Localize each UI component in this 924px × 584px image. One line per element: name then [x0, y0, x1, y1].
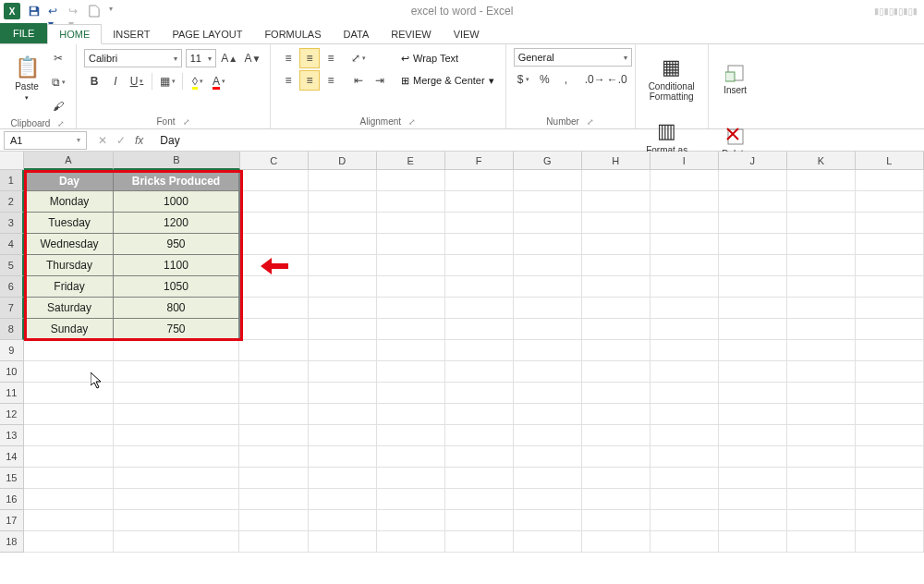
cell-E4[interactable]	[377, 234, 445, 255]
cell-A16[interactable]	[24, 489, 115, 510]
row-header-9[interactable]: 9	[0, 340, 24, 361]
cell-J16[interactable]	[719, 489, 787, 510]
cell-B7[interactable]: 800	[114, 298, 239, 319]
cell-H6[interactable]	[582, 276, 650, 298]
cell-J12[interactable]	[719, 404, 787, 425]
cell-B15[interactable]	[114, 468, 239, 489]
cell-D4[interactable]	[309, 234, 377, 255]
cell-C6[interactable]	[240, 276, 309, 298]
cell-I6[interactable]	[650, 276, 719, 298]
cell-F11[interactable]	[445, 383, 514, 404]
cell-F1[interactable]	[445, 170, 514, 191]
cell-I7[interactable]	[650, 298, 719, 319]
row-header-6[interactable]: 6	[0, 276, 24, 298]
cell-L7[interactable]	[856, 298, 924, 319]
cell-J14[interactable]	[719, 446, 787, 468]
row-header-13[interactable]: 13	[0, 425, 24, 446]
align-left-icon[interactable]: ≡	[278, 70, 298, 91]
cell-C7[interactable]	[240, 298, 309, 319]
align-center-icon[interactable]: ≡	[299, 70, 320, 91]
tab-file[interactable]: FILE	[0, 23, 47, 43]
row-header-3[interactable]: 3	[0, 213, 24, 234]
cell-L6[interactable]	[856, 276, 924, 298]
font-name-combo[interactable]: Calibri▾	[84, 49, 182, 67]
cell-H10[interactable]	[582, 361, 650, 383]
font-color-button[interactable]: A ▾	[209, 71, 229, 91]
wrap-text-button[interactable]: ↩Wrap Text	[397, 48, 498, 68]
column-header-K[interactable]: K	[787, 152, 856, 170]
cell-D5[interactable]	[309, 255, 377, 276]
cell-J6[interactable]	[719, 276, 787, 298]
cell-B13[interactable]	[114, 425, 239, 446]
cell-H14[interactable]	[582, 446, 650, 468]
cell-K10[interactable]	[787, 361, 856, 383]
row-header-11[interactable]: 11	[0, 383, 24, 404]
cell-H8[interactable]	[582, 319, 650, 340]
cell-H16[interactable]	[582, 489, 650, 510]
cell-G3[interactable]	[514, 213, 582, 234]
row-header-8[interactable]: 8	[0, 319, 24, 340]
cell-L11[interactable]	[856, 383, 924, 404]
cell-B16[interactable]	[114, 489, 239, 510]
cell-E10[interactable]	[377, 361, 445, 383]
cell-F3[interactable]	[445, 213, 514, 234]
cell-L14[interactable]	[856, 446, 924, 468]
cell-L3[interactable]	[856, 213, 924, 234]
cell-I15[interactable]	[650, 468, 719, 489]
column-header-B[interactable]: B	[114, 152, 239, 170]
paste-button[interactable]: 📋 Paste▾	[7, 48, 46, 109]
cell-K12[interactable]	[787, 404, 856, 425]
cell-E5[interactable]	[377, 255, 445, 276]
cell-I9[interactable]	[650, 340, 719, 361]
cell-B6[interactable]: 1050	[114, 276, 239, 298]
cell-B8[interactable]: 750	[114, 319, 239, 340]
cell-E1[interactable]	[377, 170, 445, 191]
increase-decimal-icon[interactable]: .0→	[585, 69, 605, 90]
cell-A13[interactable]	[24, 425, 115, 446]
cell-K18[interactable]	[787, 531, 856, 553]
align-middle-icon[interactable]: ≡	[299, 48, 320, 68]
row-header-2[interactable]: 2	[0, 191, 24, 213]
cell-C15[interactable]	[239, 468, 308, 489]
name-box[interactable]: A1▾	[4, 131, 87, 150]
column-header-C[interactable]: C	[240, 152, 309, 170]
cell-G15[interactable]	[514, 468, 582, 489]
cell-B14[interactable]	[114, 446, 239, 468]
cell-B9[interactable]	[114, 340, 239, 361]
cell-F5[interactable]	[445, 255, 514, 276]
cell-H3[interactable]	[582, 213, 650, 234]
cell-E11[interactable]	[377, 383, 445, 404]
align-bottom-icon[interactable]: ≡	[321, 48, 341, 68]
cell-E6[interactable]	[377, 276, 445, 298]
cell-E15[interactable]	[377, 468, 445, 489]
cell-G7[interactable]	[514, 298, 582, 319]
cell-D18[interactable]	[309, 531, 377, 553]
cell-H4[interactable]	[582, 234, 650, 255]
cell-H2[interactable]	[582, 191, 650, 213]
cell-B3[interactable]: 1200	[114, 213, 239, 234]
cell-F8[interactable]	[445, 319, 514, 340]
column-header-I[interactable]: I	[650, 152, 719, 170]
cell-H9[interactable]	[582, 340, 650, 361]
cell-L15[interactable]	[856, 468, 924, 489]
align-right-icon[interactable]: ≡	[321, 70, 341, 91]
row-header-18[interactable]: 18	[0, 531, 24, 553]
tab-formulas[interactable]: FORMULAS	[253, 25, 332, 43]
cell-G9[interactable]	[514, 340, 582, 361]
cell-I2[interactable]	[650, 191, 719, 213]
save-icon[interactable]	[28, 5, 41, 18]
decrease-indent-icon[interactable]: ⇤	[348, 70, 369, 91]
cell-D15[interactable]	[309, 468, 377, 489]
cell-E16[interactable]	[377, 489, 445, 510]
cell-H7[interactable]	[582, 298, 650, 319]
row-header-12[interactable]: 12	[0, 404, 24, 425]
number-format-combo[interactable]: General▾	[514, 48, 632, 67]
cell-C2[interactable]	[240, 191, 309, 213]
row-header-10[interactable]: 10	[0, 361, 24, 383]
column-header-E[interactable]: E	[377, 152, 445, 170]
cell-B18[interactable]	[114, 531, 239, 553]
cell-K16[interactable]	[787, 489, 856, 510]
cell-J1[interactable]	[719, 170, 787, 191]
cell-A8[interactable]: Sunday	[24, 319, 115, 340]
cell-D1[interactable]	[309, 170, 377, 191]
